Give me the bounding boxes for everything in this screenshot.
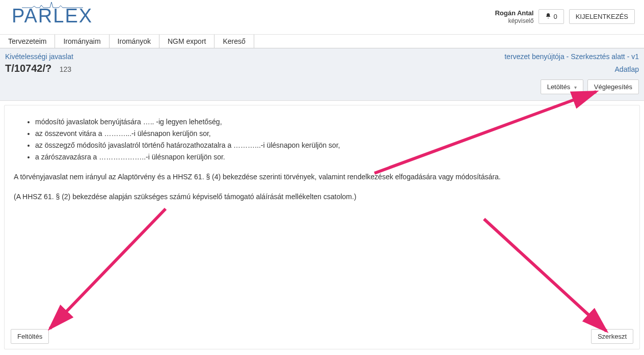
menubar: Tervezeteim Irományaim Irományok NGM exp… [0, 35, 644, 48]
edit-button[interactable]: Szerkeszt [591, 329, 633, 344]
tab-kereso[interactable]: Kereső [214, 35, 254, 48]
panel-footer: Feltöltés Szerkeszt [11, 329, 633, 344]
doc-id-main: T/10742/? [5, 63, 51, 74]
brand-logo: PARLEX [4, 0, 100, 27]
logout-button[interactable]: KIJELENTKEZÉS [569, 9, 635, 24]
list-item: az összevont vitára a ………...-i ülésnapon… [35, 128, 633, 139]
document-id: T/10742/? 123 [5, 63, 71, 74]
app-header: PARLEX Rogán Antal képviselő 0 KIJELENTK… [0, 0, 644, 35]
doc-id-sub: 123 [60, 65, 71, 73]
notifications-button[interactable]: 0 [539, 9, 564, 24]
bell-icon [545, 13, 551, 20]
tab-tervezeteim[interactable]: Tervezeteim [0, 35, 55, 48]
finalize-button[interactable]: Véglegesítés [587, 79, 639, 94]
paragraph-1: A törvényjavaslat nem irányul az Alaptör… [14, 172, 633, 182]
download-label: Letöltés [547, 83, 571, 91]
tab-iromanyok[interactable]: Irományok [110, 35, 159, 48]
user-block: Rogán Antal képviselő [495, 9, 533, 24]
content-panel: módosító javaslatok benyújtására ….. -ig… [4, 105, 640, 349]
paragraph-2: (A HHSZ 61. § (2) bekezdése alapján szük… [14, 192, 633, 202]
brand-text: PARLEX [12, 5, 93, 26]
bullet-list: módosító javaslatok benyújtására ….. -ig… [35, 117, 633, 162]
chevron-down-icon: ▾ [574, 85, 577, 90]
user-role: képviselő [495, 17, 533, 24]
tab-ngm-export[interactable]: NGM export [159, 35, 214, 48]
list-item: az összegző módosító javaslatról történő… [35, 140, 633, 151]
user-name: Rogán Antal [495, 9, 533, 17]
adatlap-link[interactable]: Adatlap [615, 65, 639, 73]
content-wrap: módosító javaslatok benyújtására ….. -ig… [0, 101, 644, 353]
tab-iromanyaim[interactable]: Irományaim [55, 35, 109, 48]
upload-button[interactable]: Feltöltés [11, 329, 49, 344]
list-item: a zárószavazásra a ………………..-i ülésnapon … [35, 152, 633, 162]
download-button[interactable]: Letöltés ▾ [541, 79, 583, 94]
list-item: módosító javaslatok benyújtására ….. -ig… [35, 117, 633, 127]
subheader: Kivételességi javaslat tervezet benyújtó… [0, 48, 644, 101]
skyline-icon [22, 1, 83, 8]
breadcrumb[interactable]: Kivételességi javaslat [5, 52, 73, 61]
header-right: Rogán Antal képviselő 0 KIJELENTKEZÉS [495, 0, 640, 24]
status-text: tervezet benyújtója - Szerkesztés alatt … [504, 52, 639, 61]
notification-count: 0 [553, 13, 557, 20]
